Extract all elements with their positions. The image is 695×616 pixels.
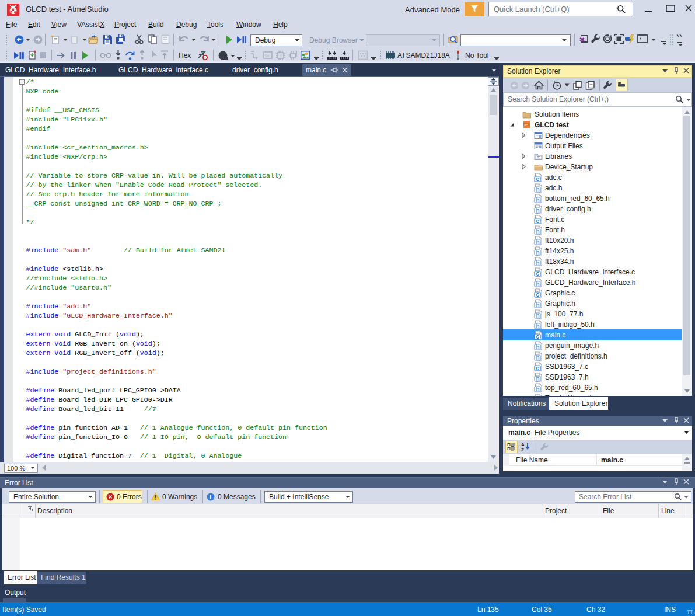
svg-text:src: src [524,124,528,127]
svg-text:c: c [536,333,539,340]
svg-text:h: h [536,323,539,329]
svg-text:h: h [536,344,539,350]
svg-text:c: c [536,365,539,371]
svg-text:Z: Z [521,447,524,451]
svg-text:h: h [536,249,539,256]
svg-text:h: h [536,207,539,214]
svg-text:h: h [536,186,539,193]
svg-text:A: A [521,442,525,447]
svg-text:c: c [536,270,539,277]
svg-text:h: h [536,260,539,266]
svg-text:c: c [536,218,539,224]
svg-text:h: h [536,228,539,235]
svg-text:h: h [536,302,539,308]
svg-text:h: h [536,197,539,203]
svg-text:h: h [536,281,539,287]
svg-text:0x: 0x [265,54,270,58]
svg-text:h: h [536,375,539,382]
svg-text:h: h [536,312,539,319]
svg-text:c: c [536,176,539,182]
svg-text:h: h [536,239,539,245]
svg-text:h: h [536,386,539,392]
svg-text:c: c [536,291,539,298]
svg-text:h: h [536,354,539,361]
